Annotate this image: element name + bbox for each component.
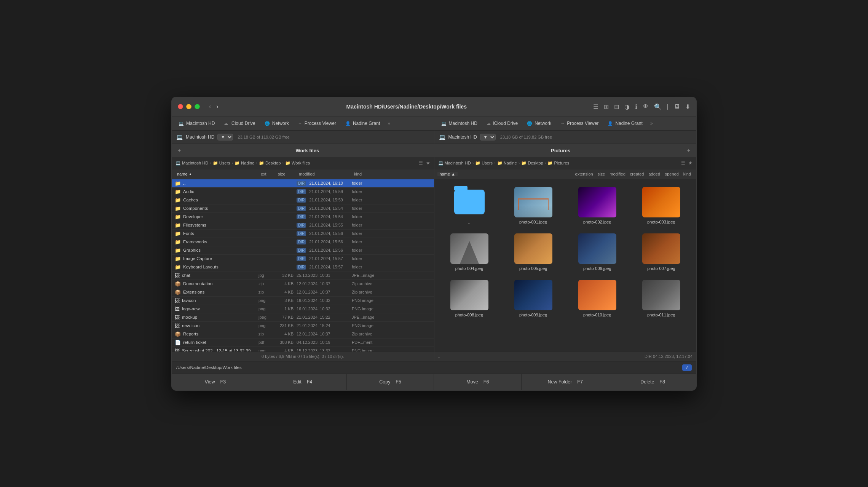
right-star-icon[interactable]: ★ — [688, 160, 692, 166]
file-row[interactable]: 📁FrameworksDIR21.01.2024, 15:56folder — [172, 238, 434, 246]
file-row[interactable]: 🖼new-iconpng231 KB21.01.2024, 15:24PNG i… — [172, 322, 434, 330]
photo-thumb-container — [514, 187, 552, 217]
bookmark-icon[interactable]: 🖥 — [674, 103, 680, 110]
photo-item[interactable]: photo-005.jpeg — [503, 230, 564, 274]
col-size-header[interactable]: size — [276, 172, 297, 176]
disk-selector-left[interactable]: ▼ — [217, 134, 233, 141]
right-col-kind[interactable]: kind — [681, 172, 693, 176]
photo-item[interactable]: photo-003.jpeg — [631, 184, 692, 227]
right-col-created[interactable]: created — [628, 172, 646, 176]
bottom-toolbar-btn[interactable]: Edit – F4 — [259, 374, 347, 390]
right-col-ext[interactable]: extension — [573, 172, 595, 176]
search-icon[interactable]: 🔍 — [654, 103, 662, 110]
right-status-right: DIR 04.12.2023, 12:17:04 — [645, 354, 692, 359]
tab-macintosh-hd-left[interactable]: 💻 Macintosh HD — [175, 119, 219, 128]
tab-process-viewer-left[interactable]: → Process Viewer — [294, 119, 340, 128]
file-row[interactable]: 📁FontsDIR21.01.2024, 15:56folder — [172, 230, 434, 238]
file-row[interactable]: 📁Keyboard LayoutsDIR21.01.2024, 15:57fol… — [172, 263, 434, 271]
file-row[interactable]: 📁AudioDIR21.01.2024, 15:59folder — [172, 188, 434, 196]
right-col-modified[interactable]: modified — [607, 172, 628, 176]
bc-r-nadine[interactable]: 📁 Nadine — [497, 161, 517, 166]
tab-network-left[interactable]: 🌐 Network — [261, 119, 293, 128]
right-col-added[interactable]: added — [646, 172, 663, 176]
photo-item[interactable]: photo-006.jpeg — [567, 230, 628, 274]
panel-view-icon[interactable]: ⊟ — [614, 103, 619, 110]
list-icon[interactable]: ☰ — [419, 160, 423, 166]
file-row[interactable]: 🖼faviconpng3 KB16.01.2024, 10:32PNG imag… — [172, 297, 434, 305]
close-button[interactable] — [178, 104, 183, 109]
tab-network-right[interactable]: 🌐 Network — [523, 119, 555, 128]
file-row[interactable]: 📁GraphicsDIR21.01.2024, 15:56folder — [172, 246, 434, 255]
disk-selector-right[interactable]: ▼ — [480, 134, 496, 141]
file-row[interactable]: 📦Reportszip4 KB12.01.2024, 10:37Zip arch… — [172, 330, 434, 339]
right-list-icon[interactable]: ☰ — [681, 160, 685, 166]
col-modified-header[interactable]: modified — [297, 172, 352, 176]
file-row[interactable]: 📁Image CaptureDIR21.01.2024, 15:57folder — [172, 255, 434, 263]
tab-nadine-left[interactable]: 👤 Nadine Grant — [341, 119, 384, 128]
file-row[interactable]: 📁FilesystemsDIR21.01.2024, 15:55folder — [172, 221, 434, 230]
file-row[interactable]: 📦Extensionszip4 KB12.01.2024, 10:37Zip a… — [172, 288, 434, 297]
file-row[interactable]: 📁..DIR21.01.2024, 16:10folder — [172, 179, 434, 188]
file-row[interactable]: 📦Documentationzip4 KB12.01.2024, 10:37Zi… — [172, 280, 434, 288]
file-row[interactable]: 🖼logo-newpng1 KB16.01.2024, 10:32PNG ima… — [172, 305, 434, 313]
tab-macintosh-hd-right[interactable]: 💻 Macintosh HD — [437, 119, 481, 128]
download-icon[interactable]: ⬇ — [685, 103, 690, 110]
bc-r-pictures[interactable]: 📁 Pictures — [547, 161, 569, 166]
bottom-toolbar-btn[interactable]: Copy – F5 — [347, 374, 434, 390]
col-kind-header[interactable]: kind — [352, 172, 390, 176]
list-view-icon[interactable]: ☰ — [593, 103, 598, 110]
left-panel-add-btn[interactable]: + — [176, 147, 182, 154]
file-row[interactable]: 🖼Screenshot 202...12-15 at 13.32.39png4 … — [172, 347, 434, 351]
tab-icloud-left[interactable]: ☁ iCloud Drive — [220, 119, 259, 128]
photo-item[interactable]: photo-002.jpeg — [567, 184, 628, 227]
right-col-name[interactable]: name ▲ — [437, 172, 458, 176]
forward-arrow[interactable]: › — [215, 102, 220, 111]
bottom-toolbar-btn[interactable]: Move – F6 — [434, 374, 522, 390]
file-row[interactable]: 📁DeveloperDIR21.01.2024, 15:54folder — [172, 213, 434, 221]
photo-item[interactable]: .. — [439, 184, 500, 227]
file-row[interactable]: 📁CachesDIR21.01.2024, 15:59folder — [172, 196, 434, 204]
col-ext-header[interactable]: ext — [258, 172, 276, 176]
minimize-button[interactable] — [186, 104, 191, 109]
right-col-size[interactable]: size — [595, 172, 608, 176]
bc-r-desktop[interactable]: 📁 Desktop — [521, 161, 543, 166]
file-row[interactable]: 📁ComponentsDIR21.01.2024, 15:54folder — [172, 204, 434, 213]
photo-item[interactable]: photo-009.jpeg — [503, 277, 564, 320]
grid-view-icon[interactable]: ⊞ — [604, 103, 609, 110]
preview-icon[interactable]: 👁 — [643, 103, 649, 110]
photo-item[interactable]: photo-001.jpeg — [503, 184, 564, 227]
bc-users[interactable]: 📁 Users — [213, 161, 230, 166]
photo-item[interactable]: photo-010.jpeg — [567, 277, 628, 320]
tab-more-right[interactable]: » — [648, 119, 655, 128]
right-panel-add-btn[interactable]: + — [686, 147, 692, 154]
file-modified-cell: 21.01.2024, 15:22 — [297, 315, 352, 319]
bc-workfiles[interactable]: 📁 Work files — [285, 161, 310, 166]
bottom-toolbar-btn[interactable]: View – F3 — [172, 374, 259, 390]
maximize-button[interactable] — [195, 104, 200, 109]
bottom-toolbar-btn[interactable]: Delete – F8 — [609, 374, 696, 390]
tab-more-left[interactable]: » — [385, 119, 393, 128]
right-col-opened[interactable]: opened — [662, 172, 681, 176]
tab-process-viewer-right[interactable]: → Process Viewer — [557, 119, 602, 128]
bc-mac[interactable]: 💻 Macintosh HD — [176, 161, 208, 166]
file-row[interactable]: 🖼chatjpg32 KB25.10.2023, 10:31JPE...imag… — [172, 271, 434, 280]
tab-nadine-right[interactable]: 👤 Nadine Grant — [604, 119, 646, 128]
star-icon[interactable]: ★ — [426, 160, 430, 166]
bc-nadine[interactable]: 📁 Nadine — [235, 161, 254, 166]
photo-item[interactable]: photo-007.jpeg — [631, 230, 692, 274]
file-row[interactable]: 🖼mockupjpeg77 KB21.01.2024, 15:22JPE...i… — [172, 313, 434, 322]
back-arrow[interactable]: ‹ — [207, 102, 212, 111]
path-confirm-btn[interactable]: ✓ — [682, 364, 692, 371]
tab-icloud-right[interactable]: ☁ iCloud Drive — [483, 119, 522, 128]
bottom-toolbar-btn[interactable]: New Folder – F7 — [522, 374, 609, 390]
info-icon[interactable]: ℹ — [635, 103, 637, 110]
bc-r-mac[interactable]: 💻 Macintosh HD — [438, 161, 471, 166]
file-row[interactable]: 📄return-ticketpdf308 KB04.12.2023, 10:19… — [172, 339, 434, 347]
photo-item[interactable]: photo-011.jpeg — [631, 277, 692, 320]
bc-desktop[interactable]: 📁 Desktop — [259, 161, 281, 166]
col-name-header[interactable]: name ▲ — [175, 172, 258, 176]
bc-r-users[interactable]: 📁 Users — [475, 161, 493, 166]
photo-item[interactable]: photo-008.jpeg — [439, 277, 500, 320]
photo-item[interactable]: photo-004.jpeg — [439, 230, 500, 274]
theme-toggle-icon[interactable]: ◑ — [624, 103, 630, 110]
